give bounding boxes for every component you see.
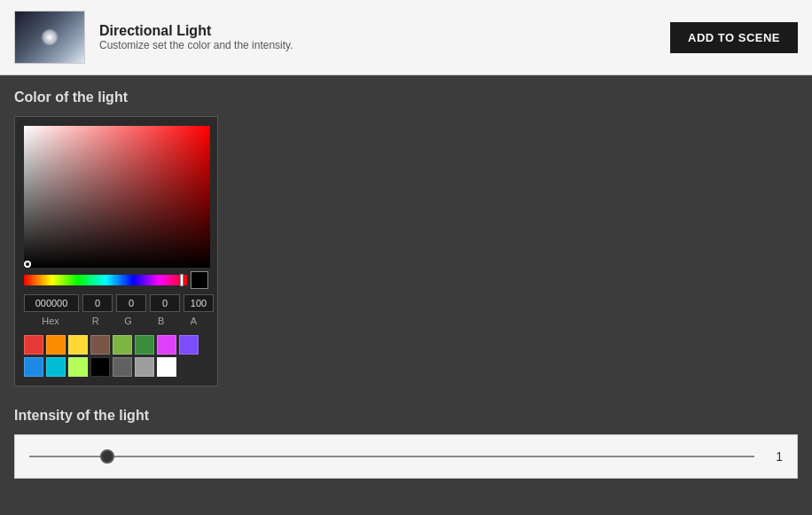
- preset-color-dark-gray[interactable]: [113, 357, 132, 377]
- preset-color-light-green[interactable]: [113, 335, 132, 355]
- light-subtitle: Customize set the color and the intensit…: [99, 39, 293, 51]
- intensity-section: Intensity of the light 1: [14, 408, 798, 479]
- g-label: G: [113, 316, 143, 326]
- color-section-title: Color of the light: [14, 90, 798, 105]
- b-input[interactable]: [150, 294, 180, 312]
- hex-label: Hex: [24, 316, 77, 326]
- header-panel: Directional Light Customize set the colo…: [0, 0, 812, 75]
- intensity-panel: 1: [14, 434, 798, 479]
- header-left: Directional Light Customize set the colo…: [14, 11, 293, 64]
- light-thumbnail: [14, 11, 85, 64]
- preset-color-brown[interactable]: [90, 335, 110, 355]
- intensity-section-title: Intensity of the light: [14, 408, 798, 424]
- a-input[interactable]: [183, 294, 214, 312]
- preset-color-violet[interactable]: [179, 335, 199, 355]
- b-label: B: [146, 316, 176, 326]
- hue-thumb: [180, 274, 183, 286]
- inputs-row: [24, 294, 208, 312]
- main-content: Color of the light Hex R G B A: [0, 75, 812, 493]
- hue-slider[interactable]: [24, 275, 187, 285]
- preset-color-yellow[interactable]: [68, 335, 88, 355]
- preset-color-purple[interactable]: [157, 335, 176, 355]
- light-title: Directional Light: [99, 23, 293, 39]
- color-gradient-canvas[interactable]: [24, 126, 210, 268]
- hex-input[interactable]: [24, 294, 79, 312]
- sliders-row: [24, 271, 208, 289]
- add-to-scene-button[interactable]: ADD TO SCENE: [670, 22, 798, 53]
- preset-color-gray[interactable]: [135, 357, 154, 377]
- preset-color-cyan[interactable]: [46, 357, 66, 377]
- preset-color-lime[interactable]: [68, 357, 88, 377]
- preset-color-dark-green[interactable]: [135, 335, 154, 355]
- a-label: A: [179, 316, 208, 326]
- color-picker: Hex R G B A: [14, 116, 218, 386]
- r-label: R: [81, 316, 110, 326]
- labels-row: Hex R G B A: [24, 316, 208, 326]
- r-input[interactable]: [82, 294, 113, 312]
- header-text: Directional Light Customize set the colo…: [99, 23, 293, 51]
- intensity-slider[interactable]: [29, 456, 754, 457]
- preset-color-red[interactable]: [24, 335, 43, 355]
- presets-grid: [24, 335, 208, 377]
- color-cursor: [24, 261, 31, 268]
- preset-color-orange[interactable]: [46, 335, 66, 355]
- preset-color-black[interactable]: [90, 357, 110, 377]
- preset-color-white[interactable]: [157, 357, 176, 377]
- alpha-swatch: [191, 271, 208, 289]
- intensity-value: 1: [765, 449, 783, 464]
- g-input[interactable]: [116, 294, 146, 312]
- preset-color-blue[interactable]: [24, 357, 43, 377]
